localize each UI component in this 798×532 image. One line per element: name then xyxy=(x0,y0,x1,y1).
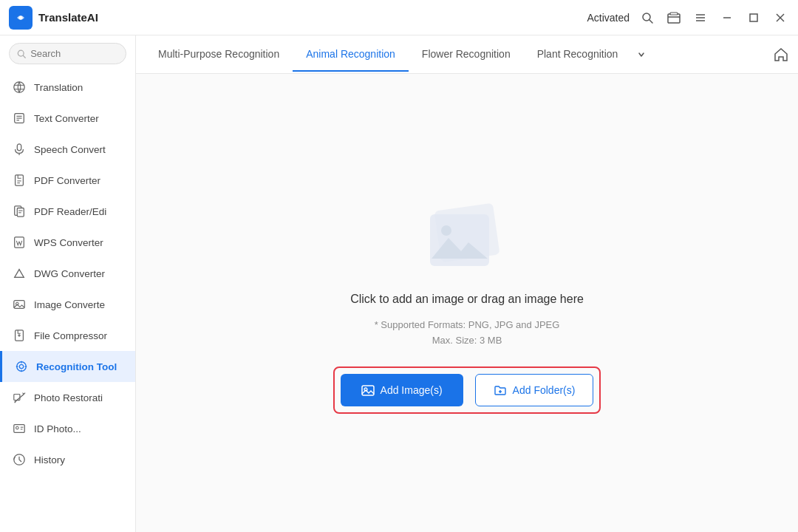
history-icon xyxy=(12,452,27,467)
add-images-button[interactable]: Add Image(s) xyxy=(341,374,463,406)
sidebar-label-dwg-converter: DWG Converter xyxy=(34,268,105,279)
drop-zone-main-text: Click to add an image or drag an image h… xyxy=(350,293,584,306)
sidebar-label-file-compressor: File Compressor xyxy=(34,330,107,341)
svg-line-15 xyxy=(23,55,25,58)
svg-point-53 xyxy=(441,225,451,236)
file-compressor-icon xyxy=(12,328,27,343)
recognition-tool-icon xyxy=(14,359,29,374)
sidebar-label-speech-convert: Speech Convert xyxy=(34,144,106,155)
titlebar-left: TranslateAI xyxy=(9,6,98,30)
photo-restoration-icon xyxy=(12,390,27,405)
activated-status: Activated xyxy=(587,12,630,24)
sidebar-item-speech-convert[interactable]: Speech Convert xyxy=(0,134,135,165)
sidebar-item-file-compressor[interactable]: File Compressor xyxy=(0,320,135,351)
svg-rect-54 xyxy=(362,386,374,395)
image-converter-icon xyxy=(12,297,27,312)
main-layout: Translation Text Converter Speech Conver… xyxy=(0,35,798,532)
tab-multi-purpose[interactable]: Multi-Purpose Recognition xyxy=(145,38,293,72)
tabs-more-icon[interactable] xyxy=(634,47,649,62)
sidebar-label-wps-converter: WPS Converter xyxy=(34,237,103,248)
drop-zone-maxsize: Max. Size: 3 MB xyxy=(375,333,560,349)
sidebar-item-translation[interactable]: Translation xyxy=(0,72,135,103)
add-folder-label: Add Folder(s) xyxy=(513,384,576,396)
titlebar-right: Activated xyxy=(587,9,789,27)
sidebar-item-dwg-converter[interactable]: DWG Converter xyxy=(0,258,135,289)
sidebar-label-history: History xyxy=(34,454,65,466)
svg-rect-45 xyxy=(14,395,20,400)
svg-line-3 xyxy=(649,20,652,23)
add-folder-icon xyxy=(494,383,507,397)
wps-converter-icon xyxy=(12,235,27,250)
sidebar-item-photo-restoration[interactable]: Photo Restorati xyxy=(0,382,135,413)
content-area: Multi-Purpose Recognition Animal Recogni… xyxy=(136,35,798,532)
sidebar-item-wps-converter[interactable]: WPS Converter xyxy=(0,227,135,258)
tab-animal-recognition[interactable]: Animal Recognition xyxy=(293,38,409,72)
drop-zone-formats: * Supported Formats: PNG, JPG and JPEG xyxy=(375,318,560,333)
sidebar-label-recognition-tool: Recognition Tool xyxy=(36,361,117,372)
action-buttons-container: Add Image(s) Add Folder(s) xyxy=(333,366,601,414)
sidebar-item-recognition-tool[interactable]: Recognition Tool xyxy=(0,351,135,382)
sidebar-label-id-photo: ID Photo... xyxy=(34,423,81,434)
drop-image-illustration xyxy=(415,192,519,281)
pdf-reader-icon xyxy=(12,204,27,219)
search-titlebar-icon[interactable] xyxy=(638,9,656,27)
sidebar-item-id-photo[interactable]: ID Photo... xyxy=(0,413,135,444)
sidebar-item-pdf-reader[interactable]: PDF Reader/Edi xyxy=(0,196,135,227)
tab-plant-recognition[interactable]: Plant Recognition xyxy=(524,38,632,72)
svg-rect-25 xyxy=(16,175,24,185)
sidebar-label-pdf-converter: PDF Converter xyxy=(34,175,100,186)
tabs-bar: Multi-Purpose Recognition Animal Recogni… xyxy=(136,35,798,74)
sidebar-item-history[interactable]: History xyxy=(0,444,135,475)
menu-icon[interactable] xyxy=(692,9,709,27)
maximize-icon[interactable] xyxy=(745,9,763,27)
sidebar-item-image-converter[interactable]: Image Converte xyxy=(0,289,135,320)
translation-icon xyxy=(12,80,27,95)
app-logo xyxy=(9,6,33,30)
close-icon[interactable] xyxy=(771,9,789,27)
sidebar-label-photo-restoration: Photo Restorati xyxy=(34,392,103,403)
home-icon[interactable] xyxy=(773,47,789,63)
add-images-label: Add Image(s) xyxy=(381,384,443,396)
speech-convert-icon xyxy=(12,142,27,157)
svg-rect-46 xyxy=(14,425,24,433)
svg-rect-11 xyxy=(750,14,757,21)
svg-point-16 xyxy=(14,82,24,92)
sidebar-label-translation: Translation xyxy=(34,82,83,93)
svg-point-40 xyxy=(19,364,23,368)
sidebar-label-text-converter: Text Converter xyxy=(34,113,99,124)
sidebar-item-text-converter[interactable]: Text Converter xyxy=(0,103,135,134)
svg-point-39 xyxy=(17,362,27,372)
minimize-icon[interactable] xyxy=(718,9,736,27)
sidebar: Translation Text Converter Speech Conver… xyxy=(0,35,136,532)
svg-point-47 xyxy=(16,426,19,429)
sidebar-label-image-converter: Image Converte xyxy=(34,299,105,310)
id-photo-icon xyxy=(12,421,27,436)
sidebar-label-pdf-reader: PDF Reader/Edi xyxy=(34,206,106,217)
search-input[interactable] xyxy=(30,48,118,59)
dwg-converter-icon xyxy=(12,266,27,281)
tab-flower-recognition[interactable]: Flower Recognition xyxy=(409,38,524,72)
svg-point-1 xyxy=(19,16,23,19)
switch-window-icon[interactable] xyxy=(665,9,683,27)
drop-zone-sub-text: * Supported Formats: PNG, JPG and JPEG M… xyxy=(375,318,560,349)
search-box[interactable] xyxy=(9,43,126,64)
add-folder-button[interactable]: Add Folder(s) xyxy=(475,374,594,406)
pdf-converter-icon xyxy=(12,173,27,188)
svg-rect-23 xyxy=(17,144,21,151)
sidebar-item-pdf-converter[interactable]: PDF Converter xyxy=(0,165,135,196)
add-images-icon xyxy=(361,383,375,397)
drop-zone[interactable]: Click to add an image or drag an image h… xyxy=(136,74,798,532)
app-title: TranslateAI xyxy=(38,11,98,24)
svg-rect-6 xyxy=(670,13,678,15)
search-icon xyxy=(17,49,26,59)
titlebar: TranslateAI Activated xyxy=(0,0,798,35)
svg-rect-4 xyxy=(668,14,680,23)
svg-rect-34 xyxy=(14,301,24,309)
text-converter-icon xyxy=(12,111,27,126)
